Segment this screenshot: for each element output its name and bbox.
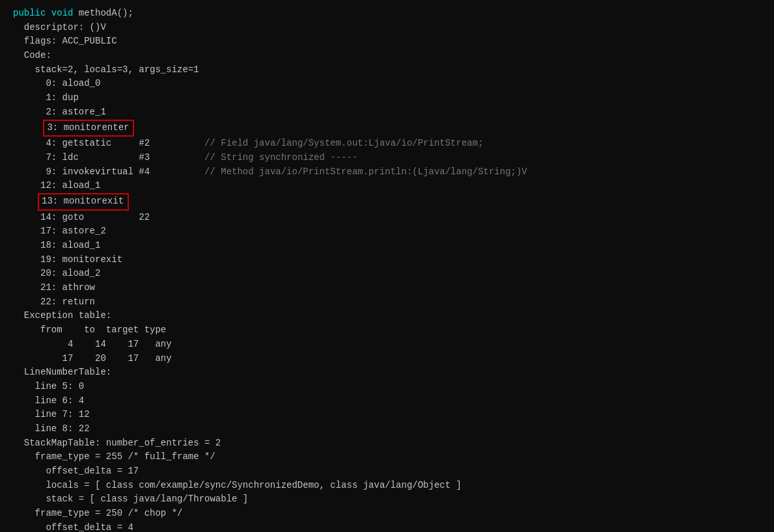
code-line: offset_delta = 17 xyxy=(13,464,761,479)
code-line: 9: invokevirtual #4 // Method java/io/Pr… xyxy=(13,165,761,180)
code-line: 12: aload_1 xyxy=(13,179,761,193)
code-line: offset_delta = 4 xyxy=(13,521,761,532)
code-line: 17 20 17 any xyxy=(13,352,761,366)
code-line: LineNumberTable: xyxy=(13,366,761,380)
code-line: 7: ldc #3 // String synchronized ----- xyxy=(13,151,761,165)
code-line: 0: aload_0 xyxy=(13,77,761,91)
code-line: flags: ACC_PUBLIC xyxy=(13,34,761,49)
code-line: stack = [ class java/lang/Throwable ] xyxy=(13,492,761,507)
code-line: line 7: 12 xyxy=(13,408,761,422)
code-line: public void methodA(); xyxy=(13,7,761,21)
code-line: 19: monitorexit xyxy=(13,253,761,267)
code-line: 14: goto 22 xyxy=(13,211,761,225)
code-line: 4 14 17 any xyxy=(13,338,761,352)
code-line: descriptor: ()V xyxy=(13,21,761,35)
code-line: 22: return xyxy=(13,295,761,310)
code-line: frame_type = 255 /* full_frame */ xyxy=(13,450,761,464)
monitorenter-line: 3: monitorenter xyxy=(13,120,761,137)
code-line: Exception table: xyxy=(13,309,761,323)
code-container: public void methodA(); descriptor: ()V f… xyxy=(0,0,774,532)
code-line: 21: athrow xyxy=(13,281,761,295)
code-line: from to target type xyxy=(13,323,761,338)
code-line: line 6: 4 xyxy=(13,394,761,408)
code-line: Code: xyxy=(13,49,761,63)
code-line: stack=2, locals=3, args_size=1 xyxy=(13,63,761,77)
code-line: 17: astore_2 xyxy=(13,224,761,239)
code-line: 20: aload_2 xyxy=(13,267,761,281)
monitorexit-line: 13: monitorexit xyxy=(13,193,761,211)
code-line: 4: getstatic #2 // Field java/lang/Syste… xyxy=(13,137,761,151)
code-line: line 5: 0 xyxy=(13,380,761,394)
code-line: 18: aload_1 xyxy=(13,239,761,253)
code-line: frame_type = 250 /* chop */ xyxy=(13,507,761,521)
code-line: 1: dup xyxy=(13,91,761,105)
code-line: StackMapTable: number_of_entries = 2 xyxy=(13,436,761,451)
code-line: 2: astore_1 xyxy=(13,105,761,120)
code-line: locals = [ class com/example/sync/Synchr… xyxy=(13,479,761,493)
code-line: line 8: 22 xyxy=(13,422,761,436)
